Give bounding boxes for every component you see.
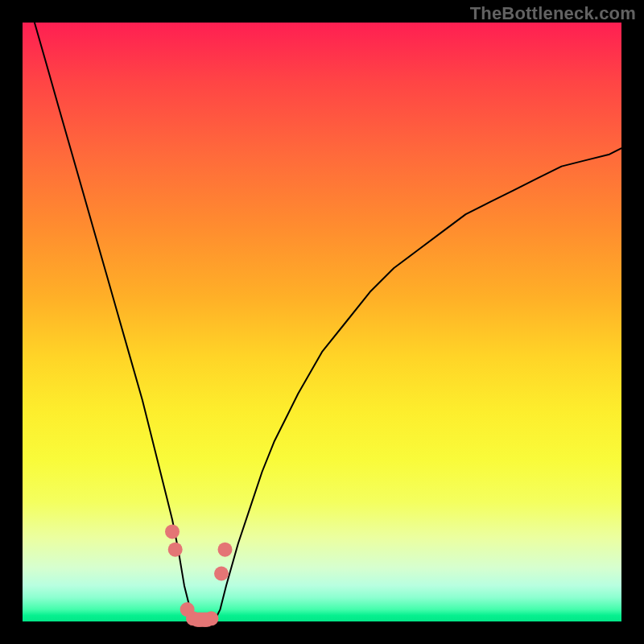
near-optimal-marker bbox=[214, 567, 229, 581]
near-optimal-marker bbox=[165, 524, 180, 539]
marker-group bbox=[165, 524, 233, 626]
near-optimal-marker bbox=[218, 543, 233, 557]
optimal-range bbox=[190, 613, 214, 627]
watermark-text: TheBottleneck.com bbox=[470, 3, 636, 24]
near-optimal-marker bbox=[168, 543, 183, 557]
curve-svg bbox=[23, 23, 621, 621]
plot-area bbox=[23, 23, 621, 621]
bottleneck-curve bbox=[23, 0, 621, 621]
chart-frame: TheBottleneck.com bbox=[0, 0, 644, 644]
